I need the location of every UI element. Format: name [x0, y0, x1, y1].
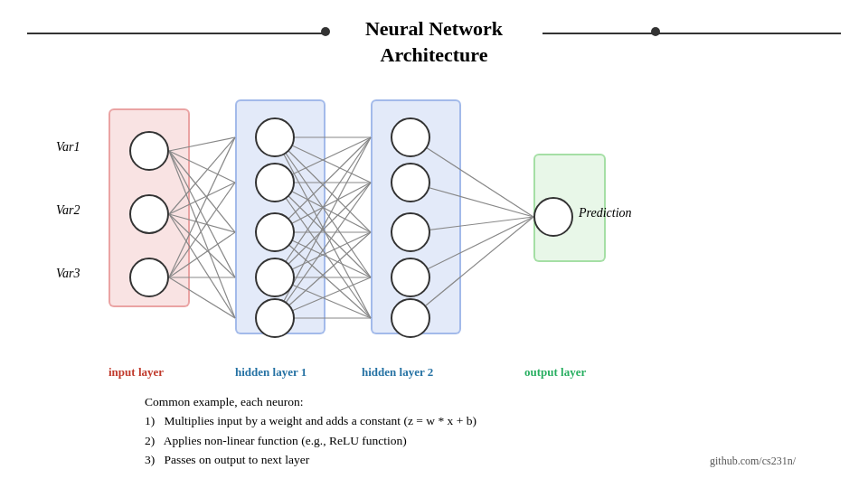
- h1-neuron-3: [255, 212, 295, 252]
- h1-neuron-1: [255, 117, 295, 157]
- description-item-3: 3) Passes on output to next layer: [145, 450, 476, 470]
- page: Neural Network Architecture: [0, 0, 868, 488]
- hidden1-layer-label: hidden layer 1: [235, 365, 307, 380]
- title-dot-right: [651, 27, 660, 36]
- network-diagram: Var1 Var2 Var3 Prediction input layer hi…: [108, 99, 669, 352]
- description-item-1: 1) Multiplies input by a weight and adds…: [145, 411, 476, 431]
- h2-neuron-1: [391, 117, 430, 157]
- output-neuron: [533, 197, 573, 237]
- title-area: Neural Network Architecture: [0, 16, 868, 68]
- h1-neuron-5: [255, 298, 295, 338]
- hidden2-layer-label: hidden layer 2: [362, 365, 433, 380]
- input-neuron-1: [129, 131, 169, 171]
- var2-label: Var2: [56, 203, 80, 218]
- h2-neuron-2: [391, 163, 430, 202]
- var1-label: Var1: [56, 140, 80, 155]
- title-line-right: [542, 33, 841, 34]
- description-item-2: 2) Applies non-linear function (e.g., Re…: [145, 431, 476, 451]
- description-intro: Common example, each neuron:: [145, 392, 476, 412]
- var3-label: Var3: [56, 267, 80, 281]
- title-line-left: [27, 33, 326, 34]
- description-text: Common example, each neuron: 1) Multipli…: [145, 392, 476, 470]
- input-neuron-2: [129, 194, 169, 234]
- h1-neuron-4: [255, 258, 295, 297]
- title-dot-left: [321, 27, 330, 36]
- input-layer-label: input layer: [108, 365, 164, 380]
- page-title: Neural Network Architecture: [0, 16, 868, 68]
- output-layer-label: output layer: [524, 365, 586, 380]
- prediction-label: Prediction: [579, 206, 632, 221]
- h1-neuron-2: [255, 163, 295, 202]
- h2-neuron-3: [391, 212, 430, 252]
- github-link: github.com/cs231n/: [710, 455, 796, 468]
- input-neuron-3: [129, 258, 169, 297]
- h2-neuron-5: [391, 298, 430, 338]
- h2-neuron-4: [391, 258, 430, 297]
- description-items: 1) Multiplies input by a weight and adds…: [145, 411, 476, 470]
